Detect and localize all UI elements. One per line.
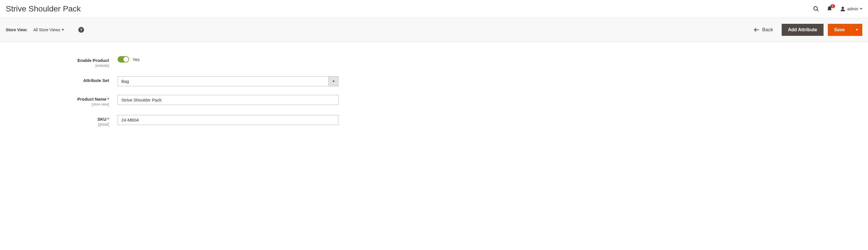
product-name-label: Product Name* — [77, 97, 109, 101]
enable-product-label: Enable Product — [78, 58, 109, 63]
user-name: admin — [847, 7, 858, 11]
product-name-scope: [store view] — [6, 102, 109, 106]
user-icon — [840, 6, 846, 12]
enable-product-scope: [website] — [6, 64, 109, 68]
chevron-down-icon — [860, 8, 862, 10]
store-view-label: Store View: — [6, 28, 28, 32]
attribute-set-value: Bag — [118, 76, 329, 86]
store-view-value: All Store Views — [33, 28, 60, 32]
store-view-select[interactable]: All Store Views — [33, 28, 64, 32]
back-button[interactable]: Back — [754, 27, 773, 33]
notifications-button[interactable]: 1 — [827, 6, 833, 12]
chevron-down-icon — [62, 29, 64, 31]
attribute-set-select[interactable]: Bag — [118, 76, 339, 86]
back-label: Back — [762, 27, 773, 33]
page-title: Strive Shoulder Pack — [6, 4, 81, 13]
svg-point-2 — [842, 7, 844, 9]
product-name-input[interactable] — [118, 95, 339, 105]
enable-product-toggle[interactable] — [118, 56, 129, 63]
svg-line-1 — [817, 10, 819, 11]
enable-product-value: Yes — [132, 57, 140, 62]
svg-point-0 — [814, 7, 817, 10]
save-dropdown-button[interactable] — [851, 24, 862, 36]
search-icon — [813, 6, 819, 12]
save-button[interactable]: Save — [828, 24, 851, 36]
sku-scope: [global] — [6, 122, 109, 126]
chevron-down-icon — [856, 28, 858, 31]
arrow-left-icon — [754, 28, 759, 32]
sku-label: SKU* — [97, 117, 109, 122]
help-icon[interactable]: ? — [78, 27, 84, 33]
attribute-set-label: Attribute Set — [83, 78, 109, 83]
search-button[interactable] — [813, 6, 819, 12]
user-menu[interactable]: admin — [840, 6, 862, 12]
chevron-down-icon — [329, 76, 338, 86]
add-attribute-button[interactable]: Add Attribute — [782, 24, 824, 36]
sku-input[interactable] — [118, 115, 339, 125]
notification-badge: 1 — [830, 4, 835, 8]
